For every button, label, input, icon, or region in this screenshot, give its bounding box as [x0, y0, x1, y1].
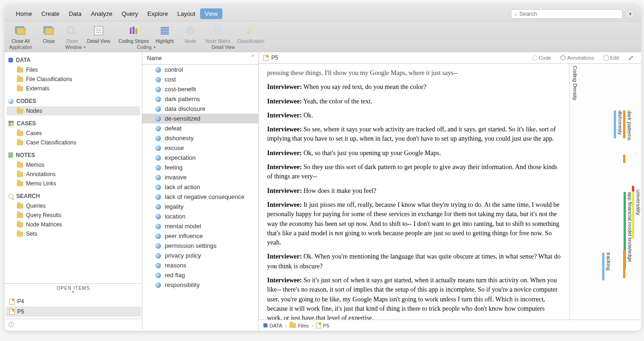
node-data-disclosure[interactable]: data disclosure — [142, 104, 258, 114]
node-excuse[interactable]: excuse — [142, 143, 258, 153]
open-items-header[interactable]: OPEN ITEMS — [5, 283, 142, 294]
nav-item-annotations[interactable]: Annotations — [7, 170, 140, 179]
node-responsibility[interactable]: responsibility — [142, 280, 258, 290]
document-icon — [263, 55, 268, 61]
ribbon-close-all[interactable]: Close All — [12, 24, 30, 44]
nav-section-notes[interactable]: NOTES — [7, 150, 140, 160]
nav-item-file-classifications[interactable]: File Classifications — [7, 75, 140, 84]
nav-section-codes[interactable]: CODES — [7, 96, 140, 106]
coding-stripe[interactable] — [623, 155, 625, 163]
node-de-sensitized[interactable]: de-sensitized — [142, 114, 258, 123]
checkbox-icon — [604, 55, 609, 61]
open-item-p4[interactable]: P4 — [6, 296, 141, 307]
nav-item-node-matrices[interactable]: Node Matrices — [7, 220, 140, 229]
nav-section-data[interactable]: DATA — [7, 55, 140, 65]
node-control[interactable]: control — [142, 65, 258, 75]
nav-item-memo-links[interactable]: Memo Links — [7, 179, 140, 188]
nav-item-sets[interactable]: Sets — [7, 229, 140, 239]
ribbon-detail-view[interactable]: Detail View — [87, 24, 110, 44]
search-box[interactable]: ⌕ — [511, 9, 623, 19]
transcript-area[interactable]: pressing these things. I'll show you my … — [259, 64, 569, 320]
nav-item-files[interactable]: Files — [7, 65, 140, 75]
node-red-flag[interactable]: red flag — [142, 270, 258, 280]
coding-stripe[interactable] — [614, 110, 616, 138]
svg-point-30 — [247, 31, 251, 34]
node-mental-model[interactable]: mental model — [142, 221, 258, 231]
node-dark-patterns[interactable]: dark patterns — [142, 94, 258, 104]
detail-view-icon — [90, 24, 107, 37]
node-feeling[interactable]: feeling — [142, 163, 258, 172]
code-button[interactable]: Code — [530, 54, 554, 61]
nav-item-queries[interactable]: Queries — [7, 201, 140, 211]
classification-icon — [242, 24, 259, 37]
expand-icon[interactable]: ⤢ — [625, 54, 637, 61]
node-reasons[interactable]: reasons — [142, 260, 258, 270]
ribbon-coding-stripes[interactable]: Coding Stripes — [119, 24, 149, 44]
node-location[interactable]: location — [142, 211, 258, 221]
node-cost-benefit[interactable]: cost-benefit — [142, 84, 258, 94]
node-dishonesty[interactable]: dishonesty — [142, 133, 258, 143]
folder-icon — [17, 222, 23, 227]
menu-analyze[interactable]: Analyze — [86, 8, 117, 19]
nodes-panel: Name ˆ controlcostcost-benefitdark patte… — [142, 52, 259, 331]
nodes-header[interactable]: Name ˆ — [142, 52, 258, 65]
ribbon-group-coding[interactable]: Coding — [137, 45, 155, 51]
nav-item-query-results[interactable]: Query Results — [7, 211, 140, 220]
nav-item-externals[interactable]: Externals — [7, 84, 140, 93]
node-defeat[interactable]: defeat — [142, 123, 258, 133]
search-dropdown-button[interactable]: ▾ — [625, 9, 635, 19]
coding-stripe[interactable] — [602, 252, 604, 280]
node-icon — [155, 116, 161, 122]
nav-item-case-classifications[interactable]: Case Classifications — [7, 138, 140, 147]
svg-point-31 — [251, 31, 255, 34]
svg-point-22 — [214, 30, 216, 32]
menu-create[interactable]: Create — [37, 8, 64, 19]
nav-item-memos[interactable]: Memos — [7, 160, 140, 170]
node-lack-of-action[interactable]: lack of action — [142, 182, 258, 192]
node-expectation[interactable]: expectation — [142, 153, 258, 163]
breadcrumb-data[interactable]: DATA — [263, 323, 282, 328]
transcript-line: pressing these things. I'll show you my … — [267, 68, 561, 78]
node-icon — [155, 155, 161, 161]
open-item-p5[interactable]: P5 — [6, 307, 141, 317]
node-lack-of-negative-consequence[interactable]: lack of negative consequence — [142, 192, 258, 202]
breadcrumb-p5[interactable]: P5 — [316, 322, 329, 328]
node-cost[interactable]: cost — [142, 75, 258, 84]
ribbon-group-window[interactable]: Window — [65, 45, 86, 51]
menu-home[interactable]: Home — [11, 8, 37, 19]
nav-item-cases[interactable]: Cases — [7, 129, 140, 138]
node-matrix-icon — [209, 24, 226, 37]
ribbon-highlight[interactable]: Highlight — [155, 24, 174, 44]
node-privacy-policy[interactable]: privacy policy — [142, 251, 258, 260]
edit-toggle[interactable]: Edit — [601, 54, 622, 61]
menu-explore[interactable]: Explore — [143, 8, 173, 19]
data-icon — [8, 58, 13, 62]
nav-section-cases[interactable]: CASES — [7, 118, 140, 129]
breadcrumb-files[interactable]: Files — [289, 323, 309, 328]
nav-item-nodes[interactable]: Nodes — [7, 106, 140, 116]
node-icon — [155, 175, 161, 180]
node-icon — [155, 282, 161, 288]
navigation-panel: DATAFilesFile ClassificationsExternalsCO… — [5, 52, 142, 331]
menu-view[interactable]: View — [200, 8, 222, 19]
breadcrumb: DATA›Files›P5 — [259, 320, 641, 331]
menu-layout[interactable]: Layout — [173, 8, 200, 19]
coding-stripe[interactable] — [632, 186, 634, 191]
node-icon — [155, 126, 161, 131]
nav-section-search[interactable]: SEARCH — [7, 191, 140, 201]
transcript-line: Interviewer: Ok. When you're mentioning … — [267, 252, 561, 271]
ribbon-group-application: Application — [9, 45, 32, 51]
node-permission-settings[interactable]: permission settings — [142, 241, 258, 251]
coding-stripe[interactable] — [623, 250, 625, 278]
transcript-line: Interviewee: So they use this sort of da… — [267, 163, 561, 182]
stripe-label: app financial model knowledge — [627, 192, 633, 262]
search-input[interactable] — [519, 11, 619, 17]
node-invasive[interactable]: invasive — [142, 172, 258, 182]
node-legality[interactable]: legality — [142, 202, 258, 211]
ribbon-close[interactable]: Close — [40, 24, 57, 44]
menu-query[interactable]: Query — [117, 8, 142, 19]
annotations-button[interactable]: Annotations — [557, 54, 597, 61]
node-peer-influence[interactable]: peer influence — [142, 231, 258, 241]
coding-stripe[interactable] — [623, 110, 625, 138]
menu-data[interactable]: Data — [64, 8, 86, 19]
